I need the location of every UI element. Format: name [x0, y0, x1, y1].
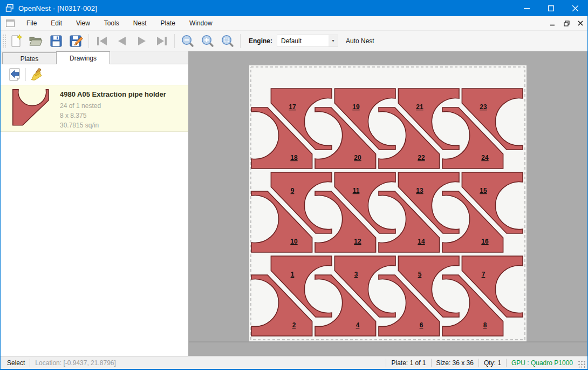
menu-nest[interactable]: Nest — [126, 16, 154, 31]
part-number-label: 15 — [480, 187, 487, 194]
main-toolbar: Engine: Default ▾ Auto Nest — [1, 31, 587, 51]
part-number-label: 10 — [290, 238, 298, 245]
part-number-label: 11 — [353, 187, 360, 194]
open-folder-icon — [29, 34, 43, 48]
mdi-minimize-button[interactable] — [545, 17, 559, 29]
zoom-in-icon — [201, 34, 214, 48]
drawing-title: 4980 A05 Extraction pipe holder — [60, 90, 166, 98]
app-icon — [5, 4, 14, 12]
nav-next-icon — [136, 36, 148, 46]
menu-view[interactable]: View — [69, 16, 97, 31]
mdi-close-button[interactable] — [573, 17, 587, 29]
mini-toolbar-separator — [25, 68, 26, 81]
part-number-label: 4 — [356, 321, 360, 329]
maximize-button[interactable] — [539, 0, 563, 16]
part-number-label: 19 — [352, 103, 360, 111]
auto-nest-button[interactable]: Auto Nest — [340, 33, 380, 49]
nav-last-icon — [155, 36, 168, 46]
status-separator — [506, 359, 507, 367]
toolbar-separator — [174, 34, 175, 48]
window-title: OpenNest - [N0317-002] — [18, 4, 97, 12]
menu-tools[interactable]: Tools — [97, 16, 126, 31]
part-number-label: 17 — [289, 103, 296, 111]
zoom-fit-button[interactable] — [217, 32, 237, 50]
menu-file[interactable]: File — [19, 16, 44, 31]
new-file-icon — [9, 34, 23, 48]
menu-plate[interactable]: Plate — [154, 16, 182, 31]
part-number-label: 24 — [481, 154, 489, 162]
status-separator — [431, 359, 432, 367]
part-number-label: 21 — [416, 103, 423, 111]
engine-value: Default — [277, 37, 329, 45]
zoom-out-icon — [181, 34, 194, 48]
import-page-arrow-icon — [8, 68, 22, 82]
chevron-down-icon[interactable]: ▾ — [329, 35, 338, 46]
menu-window[interactable]: Window — [182, 16, 220, 31]
status-bar: Select Location: [-0.9437, 21.8796] Plat… — [1, 356, 587, 369]
import-drawing-button[interactable] — [6, 66, 23, 83]
open-button[interactable] — [26, 32, 46, 50]
drawing-area: 30.7815 sq/in — [60, 120, 166, 130]
status-location: Location: [-0.9437, 21.8796] — [35, 359, 115, 367]
close-button[interactable] — [563, 0, 587, 16]
part-number-label: 22 — [418, 154, 425, 162]
menu-edit[interactable]: Edit — [44, 16, 69, 31]
app-window: OpenNest - [N0317-002] File Edit View To… — [0, 0, 588, 370]
broom-icon — [30, 68, 44, 82]
drawing-list-item[interactable]: 4980 A05 Extraction pipe holder 24 of 1 … — [1, 85, 188, 132]
part-number-label: 6 — [420, 321, 423, 329]
part-number-label: 14 — [418, 238, 425, 245]
nest-canvas[interactable]: 171819202122232491011121314151612345678 — [189, 51, 587, 356]
resize-grip[interactable] — [578, 361, 586, 368]
mdi-restore-button[interactable] — [559, 17, 573, 29]
mdi-child-icon — [6, 19, 15, 27]
minimize-icon — [524, 5, 530, 11]
previous-plate-button[interactable] — [112, 32, 132, 50]
part-number-label: 1 — [291, 271, 295, 278]
save-as-icon — [69, 34, 83, 48]
mdi-close-icon — [578, 21, 583, 26]
part-number-label: 3 — [354, 271, 358, 278]
zoom-out-button[interactable] — [177, 32, 197, 50]
last-plate-button[interactable] — [152, 32, 172, 50]
drawings-toolbar — [1, 64, 188, 85]
part-number-label: 20 — [354, 154, 361, 162]
mdi-restore-icon — [564, 21, 570, 26]
status-mode: Select — [1, 359, 25, 367]
part-number-label: 9 — [291, 187, 295, 194]
first-plate-button[interactable] — [92, 32, 112, 50]
close-icon — [572, 5, 578, 11]
part-number-label: 8 — [483, 321, 487, 329]
drawing-dimensions: 8 x 8.375 — [60, 111, 166, 120]
part-number-label: 18 — [290, 154, 298, 162]
panel-tabs: Plates Drawings — [1, 51, 188, 64]
zoom-in-button[interactable] — [197, 32, 217, 50]
drawing-nested-count: 24 of 1 nested — [60, 101, 166, 111]
part-number-label: 2 — [292, 321, 296, 329]
status-separator — [386, 359, 386, 367]
left-panel: Plates Drawings — [1, 51, 189, 356]
engine-combobox[interactable]: Default ▾ — [277, 35, 338, 47]
zoom-fit-icon — [221, 34, 234, 48]
status-plate: Plate: 1 of 1 — [391, 359, 426, 367]
toolbar-grip[interactable] — [2, 34, 6, 48]
mdi-minimize-icon — [550, 21, 555, 26]
part-number-label: 5 — [418, 271, 422, 278]
menu-bar: File Edit View Tools Nest Plate Window — [1, 16, 587, 31]
save-as-button[interactable] — [66, 32, 86, 50]
part-number-label: 13 — [416, 187, 423, 194]
new-button[interactable] — [6, 32, 26, 50]
clear-drawings-button[interactable] — [28, 66, 45, 83]
next-plate-button[interactable] — [132, 32, 152, 50]
title-bar: OpenNest - [N0317-002] — [1, 0, 587, 16]
status-separator — [478, 359, 479, 367]
nest-svg: 171819202122232491011121314151612345678 — [189, 51, 587, 356]
part-number-label: 12 — [354, 238, 361, 245]
tab-plates[interactable]: Plates — [2, 52, 56, 64]
toolbar-separator — [88, 34, 89, 48]
nav-previous-icon — [116, 36, 128, 46]
status-size: Size: 36 x 36 — [436, 359, 474, 367]
minimize-button[interactable] — [515, 0, 539, 16]
save-button[interactable] — [46, 32, 66, 50]
tab-drawings[interactable]: Drawings — [56, 51, 110, 64]
